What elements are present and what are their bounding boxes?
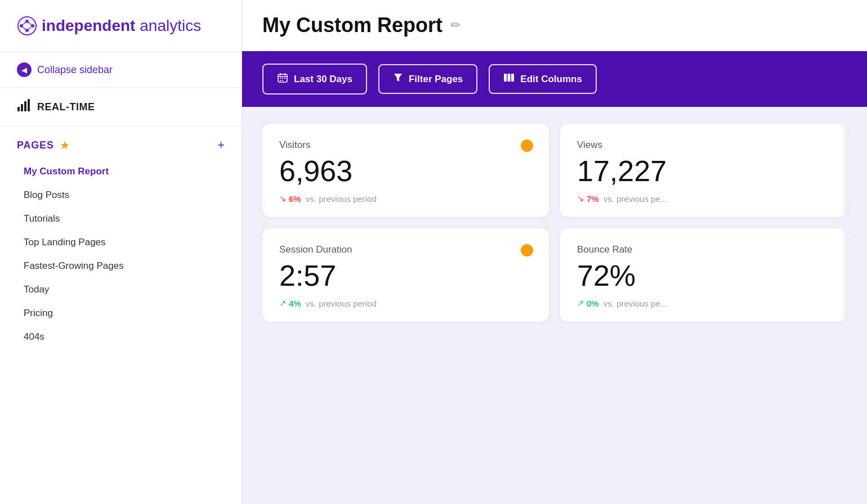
- bounce-rate-value: 72%: [577, 261, 830, 290]
- calendar-icon: [277, 72, 288, 86]
- bounce-rate-trend-icon: ↗: [577, 298, 584, 308]
- svg-rect-10: [21, 104, 23, 111]
- columns-icon: [503, 73, 515, 86]
- sidebar-item-fastest-growing-pages[interactable]: Fastest-Growing Pages: [17, 255, 225, 277]
- svg-point-1: [20, 24, 23, 28]
- add-page-button[interactable]: +: [217, 138, 225, 152]
- svg-point-3: [31, 24, 34, 28]
- visitors-value: 6,963: [279, 156, 532, 186]
- svg-rect-19: [284, 78, 285, 79]
- bounce-rate-card: Bounce Rate 72% ↗ 0% vs. previous pe...: [560, 228, 847, 322]
- session-duration-label: Session Duration: [279, 244, 532, 255]
- sidebar-item-my-custom-report[interactable]: My Custom Report: [17, 160, 225, 183]
- visitors-dot: [521, 140, 533, 152]
- toolbar: Last 30 Days Filter Pages Edit Columns: [242, 51, 867, 107]
- sidebar-item-top-landing-pages[interactable]: Top Landing Pages: [17, 231, 225, 254]
- views-trend-icon: ↘: [577, 194, 584, 204]
- bounce-rate-label: Bounce Rate: [577, 244, 830, 255]
- realtime-label: REAL-TIME: [37, 101, 95, 113]
- edit-title-icon[interactable]: ✏: [450, 18, 461, 33]
- svg-rect-9: [17, 107, 20, 111]
- visitors-pct: 6%: [289, 194, 301, 204]
- views-value: 17,227: [577, 156, 830, 186]
- collapse-sidebar-label: Collapse sidebar: [37, 64, 113, 76]
- svg-line-5: [23, 22, 26, 25]
- svg-rect-17: [280, 78, 281, 79]
- pages-title: PAGES: [17, 140, 54, 151]
- svg-rect-18: [282, 78, 283, 79]
- date-range-label: Last 30 Days: [294, 74, 352, 85]
- logo-brand: independent: [42, 17, 135, 34]
- views-card: Views 17,227 ↘ 7% vs. previous pe...: [560, 124, 847, 217]
- visitors-vs: vs. previous period: [303, 194, 377, 204]
- svg-rect-23: [504, 74, 507, 82]
- svg-rect-24: [508, 74, 511, 82]
- logo-svg: [17, 16, 37, 36]
- collapse-sidebar-button[interactable]: ◀ Collapse sidebar: [0, 52, 242, 88]
- views-vs: vs. previous pe...: [601, 194, 668, 204]
- page-header: My Custom Report ✏: [242, 0, 867, 51]
- svg-marker-22: [394, 74, 402, 82]
- session-duration-vs: vs. previous period: [303, 299, 377, 308]
- realtime-icon: [17, 99, 30, 115]
- nav-items-list: My Custom Report Blog Posts Tutorials To…: [17, 160, 225, 348]
- session-duration-pct: 4%: [289, 299, 301, 308]
- session-duration-value: 2:57: [279, 261, 532, 290]
- views-change: ↘ 7% vs. previous pe...: [577, 194, 830, 204]
- svg-line-6: [29, 22, 32, 25]
- svg-rect-11: [24, 101, 26, 111]
- stats-grid: Visitors 6,963 ↘ 6% vs. previous period …: [242, 107, 867, 504]
- session-duration-change: ↗ 4% vs. previous period: [279, 298, 532, 308]
- sidebar-item-pricing[interactable]: Pricing: [17, 302, 225, 325]
- svg-rect-21: [282, 80, 283, 81]
- date-range-button[interactable]: Last 30 Days: [262, 64, 367, 94]
- realtime-nav-item[interactable]: REAL-TIME: [0, 88, 242, 127]
- star-icon: ★: [60, 138, 70, 152]
- bounce-rate-pct: 0%: [587, 299, 599, 308]
- sidebar-item-404s[interactable]: 404s: [17, 326, 225, 348]
- svg-rect-20: [280, 80, 281, 81]
- bounce-rate-change: ↗ 0% vs. previous pe...: [577, 298, 830, 308]
- visitors-trend-icon: ↘: [279, 194, 287, 204]
- views-label: Views: [577, 140, 830, 151]
- logo-icon: independent analytics: [17, 16, 201, 36]
- sidebar-item-blog-posts[interactable]: Blog Posts: [17, 184, 225, 206]
- collapse-icon: ◀: [17, 62, 32, 77]
- svg-rect-12: [28, 99, 30, 111]
- session-duration-dot: [521, 244, 533, 256]
- bounce-rate-vs: vs. previous pe...: [601, 299, 668, 308]
- views-pct: 7%: [587, 194, 599, 204]
- visitors-change: ↘ 6% vs. previous period: [279, 194, 532, 204]
- edit-columns-label: Edit Columns: [520, 74, 582, 85]
- main-content: My Custom Report ✏ Last 30 Days: [242, 0, 867, 504]
- session-duration-trend-icon: ↗: [279, 298, 287, 308]
- logo-product: analytics: [135, 17, 201, 34]
- filter-pages-label: Filter Pages: [409, 74, 463, 85]
- svg-line-8: [29, 27, 32, 30]
- visitors-card: Visitors 6,963 ↘ 6% vs. previous period: [262, 124, 549, 217]
- edit-columns-button[interactable]: Edit Columns: [489, 64, 597, 94]
- sidebar: independent analytics ◀ Collapse sidebar…: [0, 0, 242, 504]
- filter-pages-button[interactable]: Filter Pages: [378, 64, 477, 94]
- svg-rect-25: [511, 74, 514, 82]
- session-duration-card: Session Duration 2:57 ↗ 4% vs. previous …: [262, 228, 549, 322]
- visitors-label: Visitors: [279, 140, 532, 151]
- page-title: My Custom Report: [262, 14, 443, 37]
- pages-header: PAGES ★ +: [17, 138, 225, 152]
- svg-line-7: [23, 27, 26, 30]
- pages-section: PAGES ★ + My Custom Report Blog Posts Tu…: [0, 127, 242, 504]
- sidebar-item-tutorials[interactable]: Tutorials: [17, 208, 225, 230]
- filter-icon: [393, 73, 403, 86]
- logo-area: independent analytics: [0, 0, 242, 52]
- sidebar-item-today[interactable]: Today: [17, 278, 225, 301]
